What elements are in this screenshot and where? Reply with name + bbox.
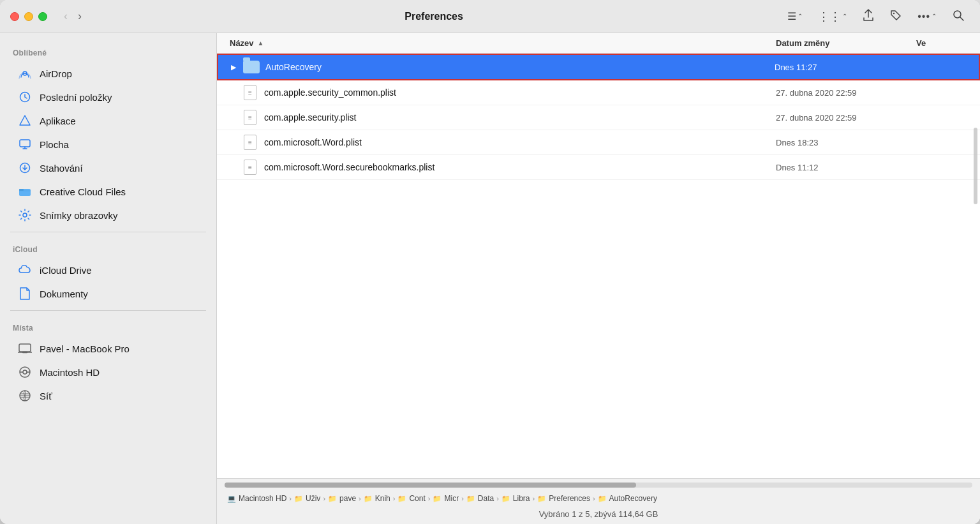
plist-icon <box>241 110 259 124</box>
sidebar-item-apps-label: Aplikace <box>40 116 76 126</box>
search-button[interactable] <box>947 6 970 27</box>
breadcrumb-text: Libra <box>513 494 530 503</box>
breadcrumb-item[interactable]: 📁 Data <box>466 494 494 503</box>
list-view-button[interactable]: ☰ ⌃ <box>782 7 808 26</box>
tag-icon <box>889 9 902 24</box>
sidebar-item-downloads-label: Stahování <box>40 163 83 174</box>
breadcrumb-folder-icon: 📁 <box>466 495 475 503</box>
breadcrumb-folder-icon: 📁 <box>294 495 303 503</box>
sidebar-item-ccfiles-label: Creative Cloud Files <box>40 186 126 197</box>
grid-view-chevron: ⌃ <box>842 13 847 20</box>
breadcrumb-item[interactable]: 📁 Cont <box>397 494 425 503</box>
sidebar-item-airdrop[interactable]: AirDrop <box>5 62 211 85</box>
main-content: Název ▲ Datum změny Ve ▶ AutoRecovery <box>217 33 980 524</box>
share-button[interactable] <box>858 6 879 27</box>
sidebar-item-ccfiles[interactable]: Creative Cloud Files <box>5 180 211 203</box>
back-button[interactable]: ‹ <box>60 7 71 26</box>
breadcrumb-item[interactable]: 📁 AutoRecovery <box>598 494 657 503</box>
status-bar: Vybráno 1 z 5, zbývá 114,64 GB <box>217 507 980 524</box>
col-name-label: Název <box>230 38 254 48</box>
sidebar-divider-2 <box>10 310 206 311</box>
plist-icon <box>241 86 259 100</box>
file-row[interactable]: com.microsoft.Word.securebookmarks.plist… <box>217 155 980 180</box>
scrollbar-row <box>217 479 980 490</box>
col-name-header: Název ▲ <box>230 38 776 48</box>
bottom-bar: 💻 Macintosh HD › 📁 Uživ › 📁 pave › <box>217 478 980 524</box>
breadcrumb-sep: › <box>593 495 595 502</box>
window-title: Preferences <box>93 11 775 22</box>
nav-buttons: ‹ › <box>60 7 85 26</box>
breadcrumb-text: AutoRecovery <box>609 494 657 503</box>
ccfiles-icon <box>18 184 32 198</box>
breadcrumb-item[interactable]: 💻 Macintosh HD <box>227 494 286 503</box>
breadcrumb-item[interactable]: 📁 Uživ <box>294 494 320 503</box>
sidebar-item-apps[interactable]: Aplikace <box>5 109 211 132</box>
file-name-area: com.apple.security_common.plist <box>264 87 776 98</box>
breadcrumb-item[interactable]: 📁 Preferences <box>537 494 590 503</box>
screenshots-icon <box>18 208 32 222</box>
content-area: Oblíbené AirDrop <box>0 33 980 524</box>
grid-view-button[interactable]: ⋮⋮ ⌃ <box>813 6 852 27</box>
apps-icon <box>18 114 32 128</box>
sidebar-item-dokumenty-label: Dokumenty <box>40 288 88 299</box>
sidebar-item-icloud-drive[interactable]: iCloud Drive <box>5 258 211 281</box>
svg-point-12 <box>23 370 27 374</box>
sidebar-item-network[interactable]: Síť <box>5 384 211 407</box>
file-row[interactable]: ▶ AutoRecovery Dnes 11:27 <box>217 54 980 80</box>
breadcrumb-sep: › <box>461 495 464 502</box>
tag-button[interactable] <box>884 6 907 27</box>
file-name: com.microsoft.Word.plist <box>264 137 362 147</box>
maximize-button[interactable] <box>38 12 47 21</box>
file-name-area: AutoRecovery <box>265 62 775 72</box>
sidebar-item-dokumenty[interactable]: Dokumenty <box>5 282 211 305</box>
desktop-icon <box>18 137 32 151</box>
file-list: ▶ AutoRecovery Dnes 11:27 <box>217 54 980 478</box>
breadcrumb-item[interactable]: 📁 pave <box>328 494 356 503</box>
plist-icon <box>241 160 259 174</box>
sidebar-item-downloads[interactable]: Stahování <box>5 156 211 179</box>
svg-rect-8 <box>19 189 24 191</box>
breadcrumb-text: Uživ <box>306 494 320 503</box>
horizontal-scrollbar[interactable] <box>225 483 972 488</box>
file-date: 27. dubna 2020 22:59 <box>776 88 916 98</box>
file-name: com.apple.security.plist <box>264 112 356 123</box>
close-button[interactable] <box>10 12 19 21</box>
sidebar-item-screenshots-label: Snímky obrazovky <box>40 210 118 221</box>
more-button[interactable]: ••• ⌃ <box>912 8 942 26</box>
icloud-label: iCloud <box>0 237 216 258</box>
svg-point-0 <box>893 12 895 13</box>
breadcrumb-item[interactable]: 📁 Micr <box>433 494 459 503</box>
expand-arrow-icon: ▶ <box>231 63 242 71</box>
sidebar-item-recent[interactable]: Poslední položky <box>5 86 211 109</box>
file-row[interactable]: com.apple.security_common.plist 27. dubn… <box>217 80 980 105</box>
sort-arrow-icon: ▲ <box>258 40 264 47</box>
breadcrumb-text: Macintosh HD <box>239 494 286 503</box>
svg-point-9 <box>23 213 27 217</box>
sidebar-item-desktop[interactable]: Plocha <box>5 133 211 156</box>
dokumenty-icon <box>18 287 32 301</box>
sidebar-item-macbook[interactable]: Pavel - MacBook Pro <box>5 337 211 360</box>
mista-label: Místa <box>0 316 216 336</box>
macbook-icon <box>18 341 32 356</box>
file-date: 27. dubna 2020 22:59 <box>776 113 916 123</box>
sidebar-item-network-label: Síť <box>40 391 52 401</box>
sidebar-item-recent-label: Poslední položky <box>40 92 112 103</box>
file-row[interactable]: com.microsoft.Word.plist Dnes 18:23 <box>217 130 980 155</box>
breadcrumb-item[interactable]: 📁 Libra <box>501 494 530 503</box>
file-name-area: com.apple.security.plist <box>264 112 776 123</box>
sidebar-item-desktop-label: Plocha <box>40 139 69 150</box>
sidebar-divider-1 <box>10 232 206 232</box>
file-row[interactable]: com.apple.security.plist 27. dubna 2020 … <box>217 105 980 130</box>
minimize-button[interactable] <box>24 12 33 21</box>
breadcrumb-text: Preferences <box>549 494 590 503</box>
titlebar: ‹ › Preferences ☰ ⌃ ⋮⋮ ⌃ <box>0 0 980 33</box>
breadcrumb-item[interactable]: 📁 Knih <box>364 494 390 503</box>
breadcrumb-sep: › <box>428 495 431 502</box>
sidebar-item-screenshots[interactable]: Snímky obrazovky <box>5 204 211 227</box>
sidebar-item-macintoshhd[interactable]: Macintosh HD <box>5 361 211 384</box>
breadcrumb-text: Knih <box>375 494 390 503</box>
file-date: Dnes 11:27 <box>775 63 915 72</box>
plist-icon <box>241 135 259 149</box>
forward-button[interactable]: › <box>74 7 85 26</box>
file-date: Dnes 11:12 <box>776 163 916 172</box>
